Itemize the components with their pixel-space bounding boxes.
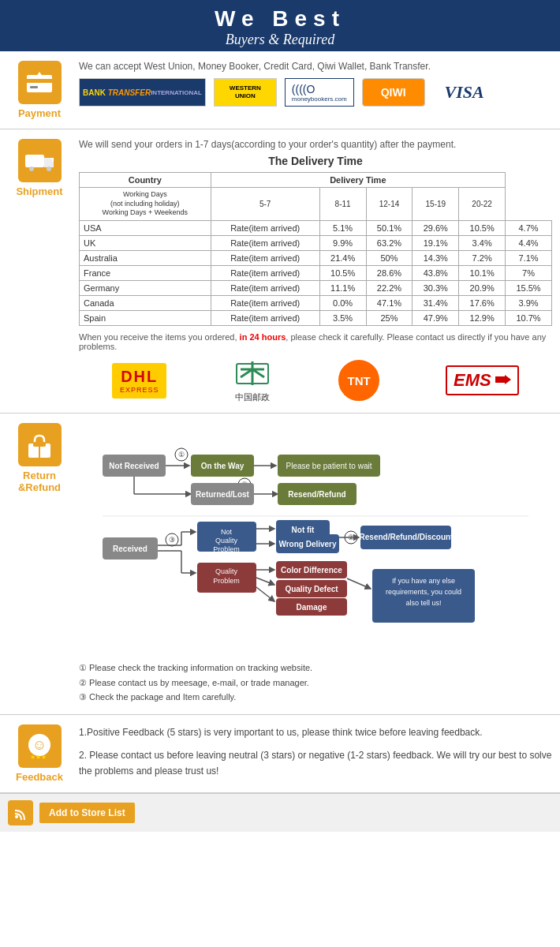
shipment-icon-box xyxy=(18,139,62,182)
svg-point-5 xyxy=(47,167,51,171)
svg-text:Resend/Refund/Discount: Resend/Refund/Discount xyxy=(360,533,454,541)
svg-point-4 xyxy=(29,167,34,171)
svg-text:①: ① xyxy=(178,451,185,459)
country-cell: Australia xyxy=(80,251,211,266)
delivery-intro: We will send your orders in 1-7 days(acc… xyxy=(79,139,552,150)
type-cell: Rate(item arrived) xyxy=(211,221,319,236)
v2-cell: 47.1% xyxy=(366,296,413,311)
bank-transfer-logo: BANK TRANSFER INTERNATIONAL xyxy=(79,78,206,107)
v4-cell: 17.6% xyxy=(459,296,506,311)
payment-description: We can accept West Union, Money Booker, … xyxy=(79,61,552,72)
svg-text:Quality Defect: Quality Defect xyxy=(285,585,338,593)
table-row: USA Rate(item arrived) 5.1% 50.1% 29.6% … xyxy=(80,221,552,236)
delivery-table: Country Delivery Time Working Days(not i… xyxy=(79,172,552,326)
western-union-logo: WESTERNUNION xyxy=(214,78,277,107)
v1-cell: 0.0% xyxy=(319,296,366,311)
v3-cell: 47.9% xyxy=(413,311,459,326)
v1-cell: 21.4% xyxy=(319,251,366,266)
v2-cell: 25% xyxy=(366,311,413,326)
refund-note-1: ① Please check the tracking information … xyxy=(79,661,552,676)
refund-diagram: Not Received ① On the Way Please be pati… xyxy=(79,423,552,652)
delivery-table-title: The Delivery Time xyxy=(79,155,552,167)
v5-cell: 4.4% xyxy=(506,236,552,251)
header-title: We Best xyxy=(0,6,560,32)
v5-cell: 7% xyxy=(506,266,552,281)
type-cell: Rate(item arrived) xyxy=(211,281,319,296)
header-subtitle: Buyers & Required xyxy=(0,32,560,48)
refund-note-2: ② Please contact us by meesage, e-mail, … xyxy=(79,676,552,691)
svg-text:Resend/Refund: Resend/Refund xyxy=(288,490,345,499)
svg-text:Not Received: Not Received xyxy=(109,462,159,470)
v1-cell: 3.5% xyxy=(319,311,366,326)
feedback-section: ☺ ★★★ Feedback 1.Positive Feedback (5 st… xyxy=(0,715,560,793)
payment-icon xyxy=(25,69,54,97)
v2-cell: 50.1% xyxy=(366,221,413,236)
v1-cell: 9.9% xyxy=(319,236,366,251)
v5-cell: 15.5% xyxy=(506,281,552,296)
col-8-11: 8-11 xyxy=(319,188,366,221)
svg-rect-3 xyxy=(25,155,44,167)
svg-rect-1 xyxy=(27,79,52,83)
v4-cell: 20.9% xyxy=(459,281,506,296)
v4-cell: 10.1% xyxy=(459,266,506,281)
svg-point-75 xyxy=(15,815,18,818)
col-country: Country xyxy=(80,173,211,188)
svg-text:③: ③ xyxy=(169,536,175,544)
v1-cell: 10.5% xyxy=(319,266,366,281)
rss-icon xyxy=(13,806,28,820)
country-cell: USA xyxy=(80,221,211,236)
type-cell: Rate(item arrived) xyxy=(211,296,319,311)
col-15-19: 15-19 xyxy=(413,188,459,221)
svg-rect-0 xyxy=(27,75,52,92)
col-20-22: 20-22 xyxy=(459,188,506,221)
china-post-icon xyxy=(233,357,272,389)
table-row: UK Rate(item arrived) 9.9% 63.2% 19.1% 3… xyxy=(80,236,552,251)
v5-cell: 4.7% xyxy=(506,221,552,236)
table-row: Canada Rate(item arrived) 0.0% 47.1% 31.… xyxy=(80,296,552,311)
refund-icon-box xyxy=(18,423,62,466)
payment-logos: BANK TRANSFER INTERNATIONAL WESTERNUNION… xyxy=(79,78,552,107)
svg-text:Not: Not xyxy=(221,528,233,536)
type-cell: Rate(item arrived) xyxy=(211,236,319,251)
shipment-label: Shipment xyxy=(16,185,62,197)
table-row: Australia Rate(item arrived) 21.4% 50% 1… xyxy=(80,251,552,266)
svg-text:★★★: ★★★ xyxy=(30,754,47,761)
footer: Add to Store List xyxy=(0,793,560,832)
country-cell: Germany xyxy=(80,281,211,296)
svg-text:also tell us!: also tell us! xyxy=(405,599,441,607)
table-row: Spain Rate(item arrived) 3.5% 25% 47.9% … xyxy=(80,311,552,326)
feedback-text-1: 1.Positive Feedback (5 stars) is very im… xyxy=(79,724,552,740)
payment-icon-area: Payment xyxy=(8,61,71,119)
svg-text:Not fit: Not fit xyxy=(292,526,315,534)
v3-cell: 30.3% xyxy=(413,281,459,296)
svg-text:Wrong Delivery: Wrong Delivery xyxy=(278,540,337,548)
payment-section: Payment We can accept West Union, Money … xyxy=(0,51,560,129)
add-store-label: Add to Store List xyxy=(49,807,125,818)
add-to-store-button[interactable]: Add to Store List xyxy=(39,803,135,823)
refund-label: Return &Refund xyxy=(8,470,71,493)
v3-cell: 19.1% xyxy=(413,236,459,251)
country-cell: France xyxy=(80,266,211,281)
feedback-icon-box: ☺ ★★★ xyxy=(18,724,62,768)
svg-text:Quality: Quality xyxy=(215,537,238,545)
svg-rect-2 xyxy=(30,86,38,88)
table-row: France Rate(item arrived) 10.5% 28.6% 43… xyxy=(80,266,552,281)
country-cell: UK xyxy=(80,236,211,251)
table-row: Germany Rate(item arrived) 11.1% 22.2% 3… xyxy=(80,281,552,296)
type-cell: Rate(item arrived) xyxy=(211,266,319,281)
svg-text:requirements, you could: requirements, you could xyxy=(386,588,461,596)
refund-notes: ① Please check the tracking information … xyxy=(79,661,552,705)
sub-header-label: Working Days(not including holiday)Worki… xyxy=(80,188,211,221)
svg-text:On the Way: On the Way xyxy=(201,462,245,470)
payment-icon-box xyxy=(18,61,62,104)
feedback-text-2: 2. Please contact us before leaving neut… xyxy=(79,747,552,780)
type-cell: Rate(item arrived) xyxy=(211,251,319,266)
col-5-7: 5-7 xyxy=(211,188,319,221)
v5-cell: 7.1% xyxy=(506,251,552,266)
refund-content: Not Received ① On the Way Please be pati… xyxy=(79,423,552,705)
refund-icon-area: Return &Refund xyxy=(8,423,71,493)
v2-cell: 63.2% xyxy=(366,236,413,251)
svg-line-61 xyxy=(256,578,274,585)
china-post-logo: 中国邮政 xyxy=(233,357,272,403)
feedback-label: Feedback xyxy=(16,771,63,783)
